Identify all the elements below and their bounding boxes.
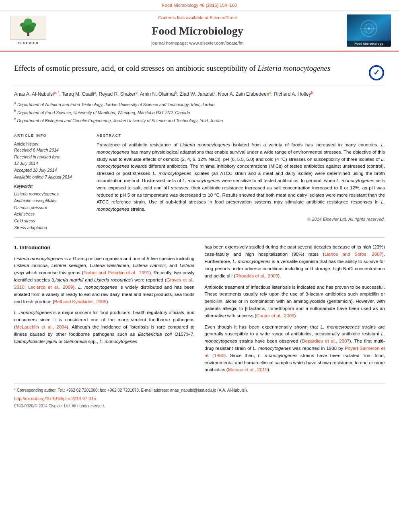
journal-homepage-url: journal homepage: www.elsevier.com/locat…	[48, 40, 347, 46]
keyword-5: Cold stress	[14, 218, 88, 224]
article-info-col: ARTICLE INFO Article history: Received 6…	[14, 133, 88, 231]
revised-date: 12 July 2014	[14, 160, 88, 166]
elsevier-logo	[10, 16, 46, 40]
svg-point-6	[27, 32, 29, 34]
received-date: Received 6 March 2014	[14, 147, 88, 153]
copyright-notice: © 2014 Elsevier Ltd. All rights reserved…	[97, 216, 385, 222]
elsevier-logo-section: ELSEVIER	[8, 16, 48, 46]
journal-citation-bar: Food Microbiology 46 (2015) 154–160	[0, 0, 399, 10]
crossmark-icon: ✓	[369, 65, 384, 80]
sciencedirect-notice: Contents lists available at ScienceDirec…	[48, 15, 347, 21]
keyword-4: Acid stress	[14, 211, 88, 217]
article-title: Effects of osmotic pressure, acid, or co…	[14, 64, 330, 74]
article-content: Effects of osmotic pressure, acid, or co…	[0, 51, 399, 384]
section-divider	[14, 237, 385, 238]
affiliation-c: c Department of Biological and Genetic E…	[14, 117, 385, 124]
keyword-2: Antibiotic susceptibility	[14, 198, 88, 204]
intro-para-2: L. monocytogenes is a major concern for …	[14, 309, 195, 345]
article-history: Article history: Received 6 March 2014 R…	[14, 142, 88, 180]
right-para-1: has been extensively studied during the …	[205, 244, 385, 279]
issn-copyright: 0740-0020/© 2014 Elsevier Ltd. All right…	[14, 403, 385, 409]
doi-link[interactable]: http://dx.doi.org/10.1016/j.fm.2014.07.0…	[14, 395, 385, 402]
journal-header: ELSEVIER Contents lists available at Sci…	[0, 10, 399, 51]
article-title-section: Effects of osmotic pressure, acid, or co…	[14, 58, 385, 86]
journal-logo-right: Food Microbiology	[347, 14, 391, 47]
sciencedirect-link-text[interactable]: ScienceDirect	[210, 15, 237, 20]
abstract-text: Prevalence of antibiotic resistance of L…	[97, 142, 385, 213]
keyword-3: Osmotic pressure	[14, 205, 88, 211]
article-info-label: ARTICLE INFO	[14, 133, 88, 138]
journal-name: Food Microbiology	[48, 23, 347, 39]
journal-logo-label: Food Microbiology	[347, 41, 391, 47]
corresponding-author-note: * Corresponding author. Tel.: +962 02 72…	[14, 387, 385, 393]
svg-point-13	[368, 27, 370, 30]
journal-citation: Food Microbiology 46 (2015) 154–160	[162, 3, 237, 8]
affiliations-section: a Department of Nutrition and Food Techn…	[14, 101, 385, 124]
svg-text:✓: ✓	[373, 68, 380, 77]
article-info-abstract-section: ARTICLE INFO Article history: Received 6…	[14, 129, 385, 231]
footer-section: * Corresponding author. Tel.: +962 02 72…	[14, 384, 385, 411]
crossmark-badge[interactable]: ✓	[369, 65, 385, 81]
abstract-col: ABSTRACT Prevalence of antibiotic resist…	[97, 133, 385, 231]
elsevier-wordmark: ELSEVIER	[18, 41, 39, 46]
available-date: Available online 7 August 2014	[14, 174, 88, 180]
intro-para-1: Listeria monocytogenes is a Gram-positiv…	[14, 255, 195, 306]
body-text-section: 1. Introduction Listeria monocytogenes i…	[14, 244, 385, 378]
abstract-label: ABSTRACT	[97, 133, 385, 138]
authors-section: Anas A. Al-Nabulsia, *, Tareq M. Osailia…	[14, 90, 385, 98]
right-para-2: Antibiotic treatment of infectious liste…	[205, 284, 385, 320]
keyword-1: Listeria monocytogenes	[14, 191, 88, 197]
keywords-label: Keywords:	[14, 184, 88, 189]
page-wrapper: Food Microbiology 46 (2015) 154–160	[0, 0, 399, 411]
body-left-col: 1. Introduction Listeria monocytogenes i…	[14, 244, 195, 378]
affiliation-b: b Department of Food Science, University…	[14, 109, 385, 116]
journal-cover-image: Food Microbiology	[347, 14, 391, 47]
right-para-3: Even though it has been experimentally s…	[205, 324, 385, 374]
revised-label: Received in revised form	[14, 154, 88, 160]
keyword-6: Stress adaptation	[14, 225, 88, 231]
svg-point-5	[24, 18, 32, 25]
affiliation-a: a Department of Nutrition and Food Techn…	[14, 101, 385, 108]
journal-title-section: Contents lists available at ScienceDirec…	[48, 15, 347, 46]
accepted-date: Accepted 18 July 2014	[14, 167, 88, 173]
svg-rect-7	[28, 34, 29, 36]
introduction-heading: 1. Introduction	[14, 244, 195, 252]
body-right-col: has been extensively studied during the …	[205, 244, 385, 378]
keywords-section: Keywords: Listeria monocytogenes Antibio…	[14, 184, 88, 230]
